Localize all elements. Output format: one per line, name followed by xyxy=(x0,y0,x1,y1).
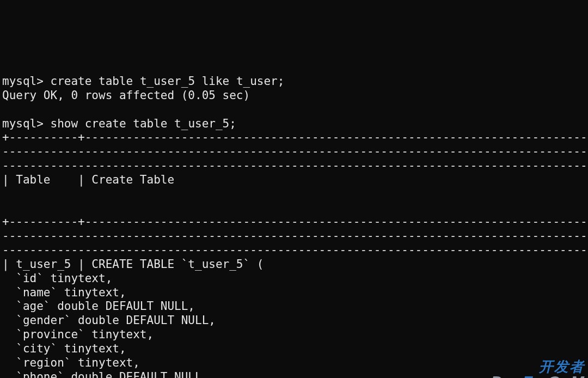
column-def-phone: `phone` double DEFAULT NULL, xyxy=(2,370,209,378)
column-def-city: `city` tinytext, xyxy=(2,342,126,355)
table-header-row: | Table | Create Table xyxy=(2,173,174,186)
table-body-open: | t_user_5 | CREATE TABLE `t_user_5` ( xyxy=(2,258,264,271)
column-def-region: `region` tinytext, xyxy=(2,356,140,369)
column-def-name: `name` tinytext, xyxy=(2,286,126,299)
mysql-prompt: mysql> xyxy=(2,75,51,88)
sql-command-show: show create table t_user_5; xyxy=(51,117,236,130)
table-border: +----------+----------------------------… xyxy=(2,131,588,144)
table-border: ----------------------------------------… xyxy=(2,243,588,257)
sql-command-create: create table t_user_5 like t_user; xyxy=(51,75,285,88)
table-border: +----------+----------------------------… xyxy=(2,215,588,228)
table-border: ----------------------------------------… xyxy=(2,229,588,242)
mysql-prompt: mysql> xyxy=(2,117,51,130)
table-header-end: | xyxy=(2,202,588,215)
column-def-age: `age` double DEFAULT NULL, xyxy=(2,300,195,313)
table-border: ----------------------------------------… xyxy=(2,145,588,158)
table-border: ----------------------------------------… xyxy=(2,159,588,172)
column-def-gender: `gender` double DEFAULT NULL, xyxy=(2,314,216,327)
column-def-id: `id` tinytext, xyxy=(2,272,112,285)
query-response: Query OK, 0 rows affected (0.05 sec) xyxy=(2,89,250,102)
column-def-province: `province` tinytext, xyxy=(2,328,154,341)
terminal-output: mysql> create table t_user_5 like t_user… xyxy=(0,70,588,378)
